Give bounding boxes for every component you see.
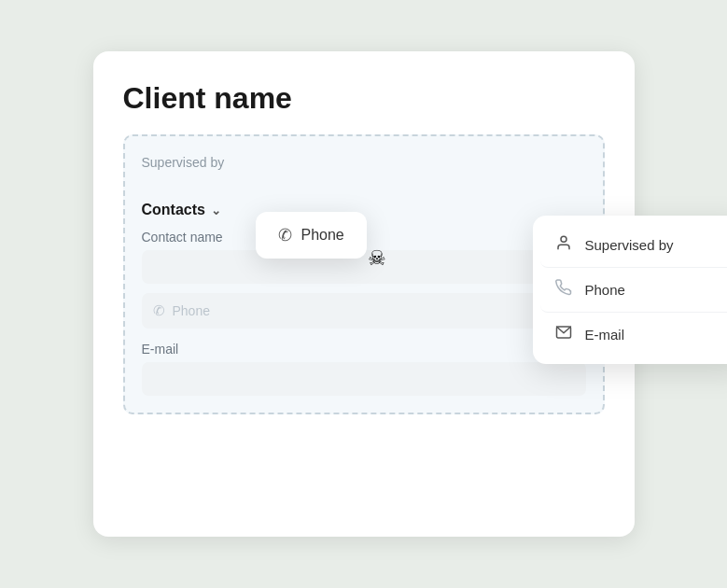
dropdown-panel: Supervised by Phone E-m	[533, 216, 728, 364]
form-section: Supervised by Contacts ⌄ Contact name ✆ …	[123, 134, 605, 414]
dropdown-item-supervised[interactable]: Supervised by	[540, 223, 728, 268]
dropdown-item-email[interactable]: E-mail	[540, 313, 728, 357]
phone-tooltip-label: Phone	[301, 227, 344, 244]
phone-icon: ✆	[153, 302, 165, 319]
main-card: Client name Supervised by Contacts ⌄ Con…	[93, 51, 635, 537]
email-label: E-mail	[142, 342, 586, 357]
cursor-hand-icon: ☠	[368, 246, 386, 271]
phone-placeholder: Phone	[173, 303, 210, 318]
email-input[interactable]	[142, 362, 586, 396]
email-dropdown-icon	[553, 324, 574, 345]
supervised-by-label: Supervised by	[142, 155, 586, 170]
phone-tooltip-icon: ✆	[278, 225, 292, 245]
chevron-down-icon[interactable]: ⌄	[211, 203, 221, 217]
contacts-label: Contacts	[142, 202, 205, 218]
svg-point-0	[561, 236, 566, 242]
dropdown-supervised-label: Supervised by	[585, 237, 674, 253]
phone-tooltip[interactable]: ✆ Phone	[256, 212, 367, 259]
page-title: Client name	[123, 81, 605, 116]
dropdown-phone-label: Phone	[585, 282, 625, 298]
dropdown-item-phone[interactable]: Phone	[540, 268, 728, 313]
dropdown-email-label: E-mail	[585, 327, 625, 343]
phone-dropdown-icon	[553, 279, 574, 301]
person-icon	[553, 234, 574, 256]
phone-field: ✆ Phone	[142, 293, 586, 329]
